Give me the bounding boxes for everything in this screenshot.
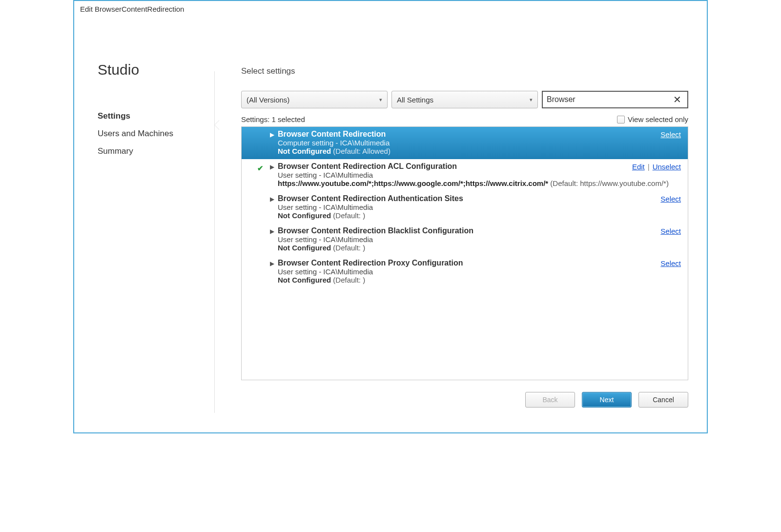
- setting-value: https://www.youtube.com/*;https://www.go…: [278, 179, 681, 187]
- expand-arrow-icon[interactable]: ▶: [270, 164, 274, 170]
- settings-summary-label: Settings:: [241, 115, 269, 123]
- view-selected-only-label: View selected only: [628, 115, 688, 123]
- app-title: Studio: [98, 61, 215, 78]
- nav-list: SettingsUsers and MachinesSummary: [98, 107, 215, 160]
- select-link[interactable]: Select: [660, 259, 681, 267]
- setting-category: User setting - ICA\Multimedia: [278, 203, 681, 211]
- sidebar: Studio SettingsUsers and MachinesSummary: [74, 18, 215, 432]
- setting-category: User setting - ICA\Multimedia: [278, 267, 681, 276]
- search-input[interactable]: [547, 95, 671, 104]
- expand-arrow-icon[interactable]: ▶: [270, 228, 274, 235]
- scope-dropdown-label: All Settings: [397, 96, 433, 104]
- expand-arrow-icon[interactable]: ▶: [270, 131, 274, 138]
- setting-content: Browser Content Redirection Blacklist Co…: [260, 226, 681, 252]
- settings-list: ▶Browser Content RedirectionComputer set…: [241, 126, 688, 380]
- setting-row[interactable]: ▶Browser Content Redirection Proxy Confi…: [242, 256, 688, 288]
- main-panel: Select settings (All Versions) ▾ All Set…: [215, 18, 707, 432]
- view-selected-only-toggle[interactable]: View selected only: [617, 115, 688, 123]
- setting-category: User setting - ICA\Multimedia: [278, 171, 681, 179]
- setting-state: Not Configured (Default: ): [278, 276, 681, 284]
- setting-row[interactable]: ▶Browser Content Redirection Blacklist C…: [242, 224, 688, 256]
- chevron-down-icon: ▾: [530, 97, 533, 103]
- setting-actions: Select: [660, 259, 681, 267]
- clear-search-icon[interactable]: ✕: [671, 94, 683, 105]
- select-link[interactable]: Select: [660, 130, 681, 139]
- setting-content: Browser Content Redirection Proxy Config…: [260, 259, 681, 284]
- sidebar-item-users-and-machines[interactable]: Users and Machines: [98, 125, 215, 143]
- settings-summary-count: 1 selected: [271, 115, 305, 123]
- filter-row: (All Versions) ▾ All Settings ▾ ✕: [241, 91, 688, 108]
- setting-actions: Select: [660, 227, 681, 235]
- back-button[interactable]: Back: [525, 392, 575, 408]
- setting-title: Browser Content Redirection Authenticati…: [278, 194, 681, 203]
- unselect-link[interactable]: Unselect: [653, 163, 681, 171]
- section-heading: Select settings: [241, 66, 688, 76]
- setting-row[interactable]: ▶Browser Content Redirection Authenticat…: [242, 191, 688, 224]
- setting-content: Browser Content Redirection ACL Configur…: [260, 162, 681, 187]
- window-title: Edit BrowserContentRedirection: [74, 1, 707, 18]
- settings-summary: Settings: 1 selected View selected only: [241, 115, 688, 123]
- action-separator: |: [648, 163, 650, 171]
- setting-title: Browser Content Redirection: [278, 130, 681, 139]
- setting-content: Browser Content Redirection Authenticati…: [260, 194, 681, 220]
- expand-arrow-icon[interactable]: ▶: [270, 260, 274, 267]
- setting-actions: Select: [660, 130, 681, 139]
- setting-state: Not Configured (Default: Allowed): [278, 147, 681, 155]
- versions-dropdown[interactable]: (All Versions) ▾: [241, 91, 388, 108]
- setting-actions: Select: [660, 195, 681, 203]
- setting-content: Browser Content RedirectionComputer sett…: [260, 130, 681, 155]
- setting-state: Not Configured (Default: ): [278, 244, 681, 252]
- checkbox-icon: [617, 116, 625, 123]
- chevron-down-icon: ▾: [379, 97, 382, 103]
- setting-category: User setting - ICA\Multimedia: [278, 235, 681, 244]
- setting-state: Not Configured (Default: ): [278, 211, 681, 220]
- setting-row[interactable]: ▶Browser Content RedirectionComputer set…: [242, 127, 688, 159]
- select-link[interactable]: Select: [660, 195, 681, 203]
- cancel-button[interactable]: Cancel: [638, 392, 688, 408]
- sidebar-item-settings[interactable]: Settings: [98, 107, 215, 125]
- footer-buttons: Back Next Cancel: [525, 380, 688, 410]
- sidebar-pointer-icon: [215, 120, 220, 130]
- setting-title: Browser Content Redirection Proxy Config…: [278, 259, 681, 267]
- content-area: Studio SettingsUsers and MachinesSummary…: [74, 18, 707, 432]
- sidebar-item-summary[interactable]: Summary: [98, 143, 215, 160]
- setting-row[interactable]: ✔▶Browser Content Redirection ACL Config…: [242, 159, 688, 191]
- check-icon: ✔: [257, 164, 264, 173]
- expand-arrow-icon[interactable]: ▶: [270, 196, 274, 203]
- next-button[interactable]: Next: [582, 392, 632, 408]
- setting-category: Computer setting - ICA\Multimedia: [278, 139, 681, 147]
- setting-title: Browser Content Redirection ACL Configur…: [278, 162, 681, 171]
- scope-dropdown[interactable]: All Settings ▾: [391, 91, 538, 108]
- edit-link[interactable]: Edit: [632, 163, 645, 171]
- search-box[interactable]: ✕: [542, 91, 688, 108]
- dialog-window: Edit BrowserContentRedirection Studio Se…: [73, 0, 708, 433]
- setting-actions: Edit|Unselect: [632, 163, 681, 171]
- versions-dropdown-label: (All Versions): [247, 96, 289, 104]
- setting-title: Browser Content Redirection Blacklist Co…: [278, 226, 681, 235]
- select-link[interactable]: Select: [660, 227, 681, 235]
